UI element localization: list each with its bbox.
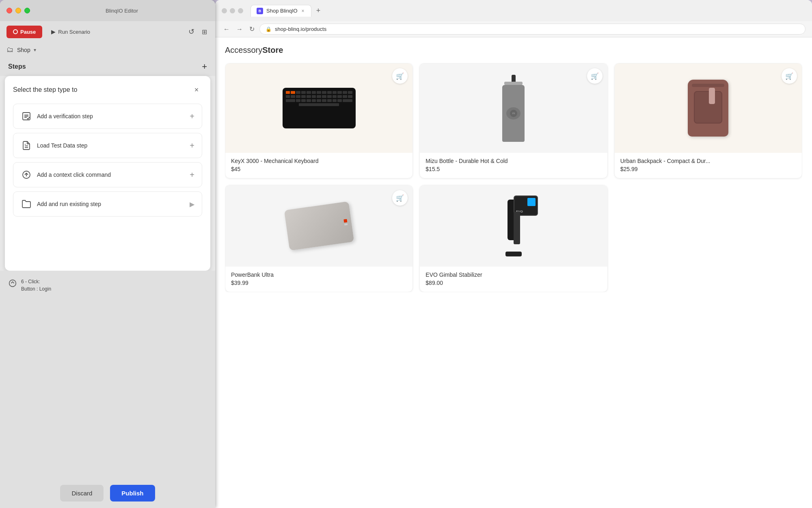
run-scenario-button[interactable]: ▶ Run Scenario <box>46 25 95 38</box>
browser-tab[interactable]: B Shop BlinqIO × <box>251 5 311 17</box>
step-detail: Button : Login <box>21 286 51 292</box>
close-button[interactable]: × <box>191 84 202 96</box>
load-test-add-icon: + <box>190 141 194 150</box>
add-to-cart-button-2[interactable]: 🛒 <box>587 68 603 84</box>
verification-step-option[interactable]: Add a verification step + <box>13 104 202 129</box>
option-left: Load Test Data step <box>21 140 87 151</box>
brand-part2: Store <box>262 46 283 54</box>
publish-button[interactable]: Publish <box>110 485 155 501</box>
back-button[interactable]: ← <box>222 24 231 35</box>
new-tab-icon: + <box>316 7 321 15</box>
step-number: 6 - Click: <box>21 279 40 284</box>
step-history-item: 6 - Click: Button : Login <box>6 275 209 296</box>
close-traffic-light[interactable] <box>6 8 12 13</box>
browser-dots <box>222 8 243 13</box>
keyboard-illustration <box>283 88 356 128</box>
add-step-button[interactable]: + <box>202 62 207 71</box>
browser-tab-bar: B Shop BlinqIO × + <box>251 5 324 17</box>
add-to-cart-button-1[interactable]: 🛒 <box>392 68 408 84</box>
back-icon: ← <box>223 26 230 33</box>
maximize-traffic-light[interactable] <box>24 8 30 13</box>
product-image-2: 🛒 m <box>420 63 607 153</box>
tab-title: Shop BlinqIO <box>266 8 298 14</box>
product-info-3: Urban Backpack - Compact & Dur... $25.99 <box>615 153 802 178</box>
context-click-add-icon: + <box>190 170 194 180</box>
toolbar: Pause ▶ Run Scenario ↺ ⊞ <box>0 21 215 42</box>
product-card-2[interactable]: 🛒 m <box>419 63 607 178</box>
step-history-icon <box>8 279 17 290</box>
product-price-3: $25.99 <box>620 166 796 172</box>
product-name-3: Urban Backpack - Compact & Dur... <box>620 158 796 164</box>
existing-step-icon <box>21 198 32 210</box>
close-icon: × <box>194 86 199 94</box>
svg-point-8 <box>9 280 16 287</box>
step-selector-title: Select the step type to <box>13 86 77 93</box>
store-brand: AccessoryStore <box>225 46 802 55</box>
brand-part1: Accessory <box>225 46 262 54</box>
refresh-icon: ↺ <box>188 27 194 36</box>
cart-icon-4: 🛒 <box>396 194 404 202</box>
add-to-cart-button-4[interactable]: 🛒 <box>392 190 408 206</box>
discard-button[interactable]: Discard <box>60 485 104 501</box>
option-left: Add a verification step <box>21 111 93 122</box>
refresh-button[interactable]: ↺ <box>187 26 196 38</box>
address-bar-row: ← → ↻ 🔒 shop-blinq.io/products <box>215 21 812 37</box>
product-name-5: EVO Gimbal Stabilizer <box>425 271 601 278</box>
context-click-icon <box>21 169 32 180</box>
product-card-5[interactable]: EVO EVO Gimbal Stabilizer $89.00 <box>419 185 607 292</box>
step-history-text: 6 - Click: Button : Login <box>21 278 51 293</box>
add-to-cart-button-3[interactable]: 🛒 <box>782 68 797 84</box>
verification-step-label: Add a verification step <box>37 113 93 119</box>
minimize-traffic-light[interactable] <box>15 8 21 13</box>
product-name-4: PowerBank Ultra <box>231 271 407 278</box>
backpack-illustration <box>684 76 732 141</box>
steps-title: Steps <box>8 63 26 70</box>
step-selector-header: Select the step type to × <box>13 84 202 96</box>
address-bar[interactable]: 🔒 shop-blinq.io/products <box>259 24 806 35</box>
tab-close-button[interactable]: × <box>301 8 305 14</box>
powerbank-illustration <box>284 201 354 250</box>
load-test-data-option[interactable]: Load Test Data step + <box>13 133 202 158</box>
product-info-2: Mizu Bottle - Durable Hot & Cold $15.5 <box>420 153 607 178</box>
forward-icon: → <box>236 26 243 33</box>
editor-panel: BlinqIO Editor Pause ▶ Run Scenario ↺ ⊞ … <box>0 0 215 508</box>
cart-icon-1: 🛒 <box>396 72 404 80</box>
tab-favicon: B <box>257 8 263 14</box>
reload-button[interactable]: ↻ <box>248 24 256 35</box>
bottom-bar: Discard Publish <box>0 478 215 508</box>
browser-chrome: B Shop BlinqIO × + <box>215 0 812 21</box>
option-left: Add a context click command <box>21 169 111 180</box>
chevron-down-icon: ▾ <box>34 47 36 53</box>
product-card-3[interactable]: 🛒 Urban Backpack - Compact & Dur... $25.… <box>614 63 802 178</box>
pause-button[interactable]: Pause <box>6 26 42 38</box>
product-price-1: $45 <box>231 166 407 172</box>
product-name-2: Mizu Bottle - Durable Hot & Cold <box>425 158 601 164</box>
cart-icon-2: 🛒 <box>591 72 599 80</box>
reload-icon: ↻ <box>249 26 255 33</box>
run-label: Run Scenario <box>58 29 90 35</box>
play-icon: ▶ <box>51 28 56 35</box>
product-card-1[interactable]: 🛒 <box>225 63 413 178</box>
editor-spacer <box>0 300 215 478</box>
forward-button[interactable]: → <box>235 24 244 35</box>
window-title: BlinqIO Editor <box>35 8 209 14</box>
product-grid: 🛒 <box>225 63 802 292</box>
layout-button[interactable]: ⊞ <box>200 26 209 37</box>
product-name-1: KeyX 3000 - Mechanical Keyboard <box>231 158 407 164</box>
context-click-option[interactable]: Add a context click command + <box>13 162 202 187</box>
product-image-3: 🛒 <box>615 63 802 153</box>
shop-label: Shop <box>17 47 30 53</box>
shop-nav: 🗂 Shop ▾ <box>0 42 215 57</box>
option-left: Add and run existing step <box>21 198 101 210</box>
layout-icon: ⊞ <box>202 28 207 36</box>
browser-dot-1 <box>222 8 227 13</box>
step-selector-popup: Select the step type to × Add a verifica… <box>5 76 210 271</box>
url-text: shop-blinq.io/products <box>275 26 326 32</box>
step-history: 6 - Click: Button : Login <box>0 271 215 300</box>
cart-icon-3: 🛒 <box>785 72 793 80</box>
existing-step-option[interactable]: Add and run existing step ▶ <box>13 191 202 217</box>
browser-panel: B Shop BlinqIO × + ← → ↻ 🔒 shop-blinq.io… <box>215 0 812 508</box>
product-card-4[interactable]: 🛒 PowerBank Ultra $39.99 <box>225 185 413 292</box>
new-tab-button[interactable]: + <box>313 5 324 17</box>
context-click-label: Add a context click command <box>37 172 111 178</box>
